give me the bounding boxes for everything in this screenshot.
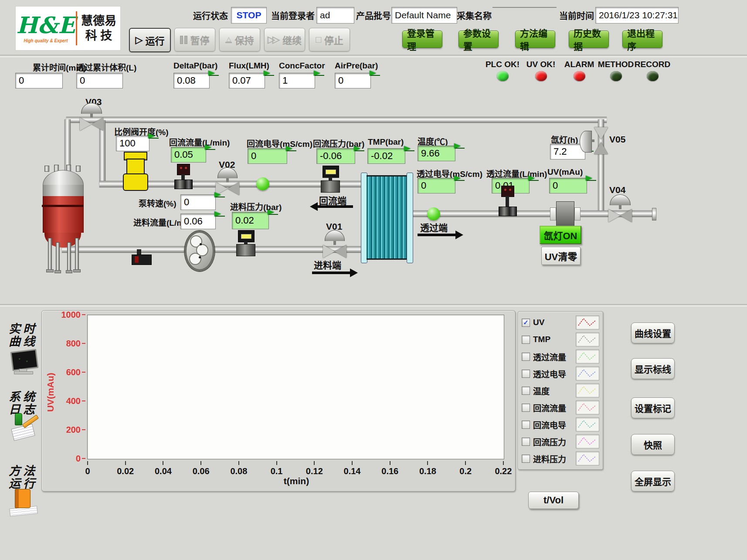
flag-icon xyxy=(370,71,381,77)
company-logo: H&E High quality & Expert 慧德易 科 技 xyxy=(15,6,121,51)
hold-button[interactable]: △ 保持 xyxy=(219,28,260,51)
tank-foot xyxy=(54,270,61,273)
uv-zero-button[interactable]: UV清零 xyxy=(541,247,581,265)
valve-v04-label: V04 xyxy=(609,185,625,195)
feed-press-checkbox[interactable] xyxy=(522,455,530,463)
legend-line-sample xyxy=(576,333,599,346)
stop-icon: □ xyxy=(316,35,321,44)
uv-detector-flange xyxy=(550,207,556,221)
perm-flow-sensor-icon xyxy=(501,186,514,197)
airpre-label: AirPre(bar) xyxy=(335,61,378,71)
tank-leg xyxy=(48,238,52,270)
legend-label: 温度 xyxy=(533,385,573,397)
x-tick: 0.04 xyxy=(150,461,176,476)
pause-button[interactable]: 暂停 xyxy=(174,28,215,51)
plc-indicator: PLC OK! xyxy=(483,60,522,81)
legend-row: TMP xyxy=(522,333,599,346)
run-button[interactable]: ▷ 运行 xyxy=(129,28,171,52)
continue-button[interactable]: ▷▷ 继续 xyxy=(264,28,305,51)
batch-label: 产品批号 xyxy=(356,8,391,24)
chart-legend: ✓ UV TMP 透过流量 透过电导 温度 回流流量 xyxy=(518,311,603,470)
pump-speed-value[interactable]: 0 xyxy=(180,194,216,210)
sidebar-item-realtime-curve[interactable]: 实时 曲线 xyxy=(9,322,37,348)
reflux-cond-checkbox[interactable] xyxy=(522,421,530,429)
perm-volume-label: 透过累计体积(L) xyxy=(76,61,136,73)
sidebar-label: 方法 xyxy=(9,465,37,477)
perm-flow-checkbox[interactable] xyxy=(522,353,530,361)
feed-flow-value[interactable]: 0.06 xyxy=(180,214,216,229)
tank-leg xyxy=(67,242,71,271)
legend-line-sample xyxy=(576,367,599,380)
valve-stem xyxy=(226,178,229,182)
run-state-label: 运行状态 xyxy=(193,8,228,24)
perm-cond-checkbox[interactable] xyxy=(522,370,530,378)
pump-dot xyxy=(199,256,201,258)
tmp-checkbox[interactable] xyxy=(522,336,530,344)
sidebar-label: 日志 xyxy=(9,403,37,416)
x-tick: 0.1 xyxy=(264,461,289,476)
valve-v01 xyxy=(323,230,347,258)
membrane-module xyxy=(367,175,407,260)
reflux-pressure-sensor-icon xyxy=(323,166,339,178)
show-marker-line-button[interactable]: 显示标线 xyxy=(631,358,675,379)
flag-icon xyxy=(214,192,226,198)
history-data-button[interactable]: 历史数据 xyxy=(569,31,609,48)
tank-foot xyxy=(73,269,81,272)
status-ball xyxy=(256,177,269,190)
stop-button[interactable]: □ 停止 xyxy=(309,28,350,51)
airpre-value: 0 xyxy=(335,73,371,88)
xenon-on-button[interactable]: 氙灯ON xyxy=(540,226,581,244)
fullscreen-button[interactable]: 全屏显示 xyxy=(631,471,675,492)
batch-input[interactable]: Default Name xyxy=(391,7,457,24)
monitor-icon[interactable] xyxy=(10,349,39,371)
uv-checkbox[interactable]: ✓ xyxy=(522,319,530,327)
sidebar-item-system-log[interactable]: 系统 日志 xyxy=(9,390,37,416)
sidebar-label: 系统 xyxy=(9,390,37,403)
login-manage-button[interactable]: 登录管理 xyxy=(402,31,442,48)
prop-valve-value[interactable]: 100 xyxy=(116,136,149,151)
collect-label: 采集名称 xyxy=(457,8,492,24)
x-tick: 0.06 xyxy=(188,461,214,476)
param-settings-button[interactable]: 参数设置 xyxy=(458,31,499,48)
book-icon[interactable] xyxy=(15,489,31,508)
uv-value: 0 xyxy=(549,178,587,193)
feed-arrow-icon xyxy=(312,272,350,274)
flag-icon xyxy=(404,146,415,152)
reflux-flow-checkbox[interactable] xyxy=(522,404,530,412)
curve-settings-button[interactable]: 曲线设置 xyxy=(631,322,675,343)
pump-speed-label: 泵转速(%) xyxy=(139,197,177,209)
x-tick: 0.22 xyxy=(491,461,516,476)
concfactor-value: 1 xyxy=(279,73,315,88)
temp-checkbox[interactable] xyxy=(522,387,530,395)
valve-v05-body xyxy=(594,142,608,154)
exit-button[interactable]: 退出程序 xyxy=(622,31,662,48)
status-ball xyxy=(427,207,440,221)
prop-valve-bodyblock xyxy=(123,173,148,191)
hold-icon: △ xyxy=(225,36,232,43)
collect-input[interactable] xyxy=(492,7,557,8)
tank-dome xyxy=(43,170,84,185)
valve-actuator xyxy=(217,167,238,178)
method-edit-button[interactable]: 方法编辑 xyxy=(515,31,555,48)
tank-band xyxy=(42,205,84,207)
user-input[interactable]: ad xyxy=(316,7,354,24)
log-bottle-icon[interactable] xyxy=(15,413,22,425)
valve-v05-label: V05 xyxy=(609,134,625,145)
reflux-press-value: -0.06 xyxy=(316,148,355,164)
snapshot-button[interactable]: 快照 xyxy=(631,434,675,455)
alarm-indicator-label: ALARM xyxy=(560,60,599,69)
current-time: 2016/1/23 10:27:31 xyxy=(595,7,679,24)
reflux-press-checkbox[interactable] xyxy=(522,438,530,446)
t-vol-toggle-button[interactable]: t/Vol xyxy=(528,492,579,509)
set-marker-button[interactable]: 设置标记 xyxy=(631,397,675,418)
hold-button-label: 保持 xyxy=(234,33,254,47)
sidebar-item-method-run[interactable]: 方法 运行 xyxy=(9,465,37,490)
uv-ok-indicator-label: UV OK! xyxy=(521,60,560,69)
x-tick: 0 xyxy=(75,461,100,476)
x-tick: 0.16 xyxy=(377,461,403,476)
logo-abbr: H&E xyxy=(16,14,76,37)
reflux-port-label: 回流端 xyxy=(319,193,346,207)
x-tick: 0.02 xyxy=(113,461,138,476)
permeate-port-label: 透过端 xyxy=(420,221,448,234)
logo-cn-line1: 慧德易 xyxy=(77,14,120,28)
